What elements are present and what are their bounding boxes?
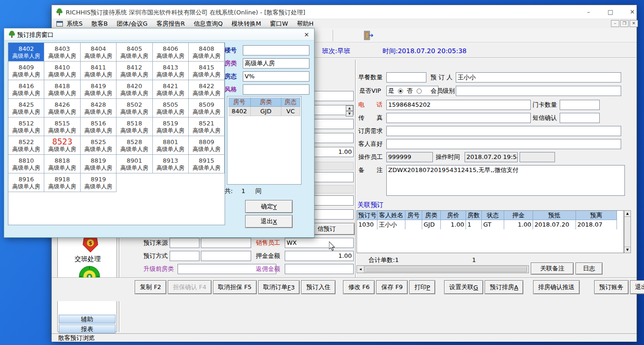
room-cell[interactable]: 8416高级单人房: [8, 80, 44, 99]
deposit-amount-field[interactable]: 1.00: [285, 251, 354, 261]
save-button[interactable]: 保存 F9: [376, 280, 408, 294]
room-cell[interactable]: 8919高级单人房: [81, 173, 116, 192]
minimize-button[interactable]: –: [581, 5, 596, 19]
room-cell[interactable]: 8522高级单人房: [8, 136, 44, 155]
linked-column-header[interactable]: 预抵: [533, 211, 576, 220]
guest-preference-field[interactable]: [386, 139, 621, 149]
spin-down-icon[interactable]: ▼: [346, 111, 353, 117]
modify-button[interactable]: 修改 F6: [343, 280, 375, 294]
mdi-minimize-button[interactable]: –: [611, 20, 619, 27]
room-cell[interactable]: 8405高级单人房: [116, 43, 152, 62]
set-link-button[interactable]: 设置关联 G: [444, 280, 483, 294]
room-assign-button[interactable]: 预订排房 A: [485, 280, 523, 294]
room-cell[interactable]: 8404高级单人房: [81, 43, 116, 62]
log-button[interactable]: 日志: [575, 262, 603, 275]
style-field[interactable]: [243, 84, 309, 95]
menu-item-2[interactable]: 团体/会议G: [116, 20, 147, 28]
room-cell[interactable]: 8809高级单人房: [189, 136, 225, 155]
room-cell[interactable]: 8421高级单人房: [153, 80, 189, 99]
linked-column-header[interactable]: 房类: [422, 211, 441, 220]
linked-column-header[interactable]: 房号: [405, 211, 422, 220]
rebate-amount-field[interactable]: [285, 264, 354, 274]
room-cell[interactable]: 8425高级单人房: [8, 99, 44, 117]
menu-item-4[interactable]: 信息查询Q: [194, 20, 223, 28]
dialog-column-header[interactable]: 房类: [251, 97, 281, 107]
phone-field[interactable]: 15986845202: [386, 100, 531, 110]
linked-column-header[interactable]: 房价: [441, 211, 466, 220]
room-cell[interactable]: 8518高级单人房: [116, 117, 152, 136]
room-cell[interactable]: 8521高级单人房: [189, 117, 225, 136]
room-cell[interactable]: 8413高级单人房: [153, 62, 189, 80]
linked-column-header[interactable]: 客人姓名: [377, 211, 405, 220]
confirm-button[interactable]: 确定 Y: [245, 200, 293, 213]
cancel-order-button[interactable]: 取消订单F3: [258, 280, 300, 294]
room-cell[interactable]: 8412高级单人房: [116, 62, 152, 80]
scrollbar-thumb[interactable]: [365, 266, 527, 272]
mdi-close-button[interactable]: ✕: [630, 20, 638, 27]
menu-item-3[interactable]: 客房报告R: [157, 20, 185, 28]
sidebar-item-shift-label[interactable]: 交班处理: [58, 255, 117, 263]
scroll-left-icon[interactable]: ◂: [357, 266, 364, 273]
room-cell[interactable]: 8420高级单人房: [116, 80, 152, 99]
linked-column-header[interactable]: 房数: [466, 211, 482, 220]
room-cell[interactable]: 8523高级单人房: [44, 136, 80, 155]
dialog-column-header[interactable]: 房态: [281, 97, 300, 107]
print-button[interactable]: 打印 P: [409, 280, 435, 294]
mdi-restore-button[interactable]: ❐: [620, 20, 629, 27]
menu-item-6[interactable]: 窗口W: [270, 20, 288, 28]
linked-hscrollbar[interactable]: ◂: [356, 265, 529, 273]
room-cell[interactable]: 8426高级单人房: [44, 99, 80, 117]
room-cell[interactable]: 8403高级单人房: [44, 43, 80, 62]
vip-yes-radio[interactable]: [398, 89, 403, 94]
table-row[interactable]: 1030王小小GJD1.001GT1.002018.07.202018.07: [357, 220, 623, 229]
menu-item-0[interactable]: 系统S: [67, 20, 82, 28]
vip-no-radio[interactable]: [417, 89, 422, 94]
room-cell[interactable]: 8505高级单人房: [153, 99, 189, 117]
linked-notes-button[interactable]: 关联备注: [531, 262, 574, 275]
booker-field[interactable]: 王小小: [456, 72, 621, 83]
copy-button[interactable]: 复制 F2: [135, 280, 166, 294]
room-cell[interactable]: 8913高级单人房: [153, 155, 189, 173]
scroll-down-icon[interactable]: ▼: [624, 247, 630, 253]
linked-column-header[interactable]: 状态: [482, 211, 504, 220]
dialog-column-header[interactable]: 房号: [228, 97, 251, 107]
room-cell[interactable]: 8512高级单人房: [8, 117, 44, 136]
room-cell[interactable]: 8411高级单人房: [81, 62, 116, 80]
menu-item-1[interactable]: 散客B: [91, 20, 108, 28]
room-cell[interactable]: 8915高级单人房: [189, 155, 225, 173]
room-cell[interactable]: 8519高级单人房: [153, 117, 189, 136]
dialog-exit-button[interactable]: 退出 X: [245, 215, 293, 228]
roomtype-field[interactable]: 高级单人房: [243, 58, 309, 69]
linked-column-header[interactable]: 押金: [504, 211, 533, 220]
room-cell[interactable]: 8502高级单人房: [116, 99, 152, 117]
room-cell[interactable]: 8402高级单人房: [8, 43, 44, 62]
keycard-count-field[interactable]: [560, 100, 600, 110]
building-field[interactable]: [243, 45, 309, 55]
fax-field[interactable]: [386, 113, 531, 123]
booking-method-name-field[interactable]: [201, 251, 251, 261]
booking-method-field[interactable]: [170, 251, 199, 261]
room-cell[interactable]: 8801高级单人房: [153, 136, 189, 155]
menu-item-5[interactable]: 模块转换M: [232, 20, 261, 28]
scroll-up-icon[interactable]: ▲: [624, 211, 630, 217]
sales-staff-field[interactable]: WX: [285, 238, 354, 248]
room-cell[interactable]: 8516高级单人房: [81, 117, 116, 136]
linked-column-header[interactable]: 预离: [576, 211, 617, 220]
linked-vscrollbar[interactable]: ▲ ▼: [624, 210, 631, 253]
close-button[interactable]: ✕: [624, 5, 640, 19]
room-cell[interactable]: 8408高级单人房: [189, 43, 225, 62]
cancel-guarantee-button[interactable]: 取消担保 F5: [213, 280, 257, 294]
table-row[interactable]: 8402GJDVC: [228, 107, 301, 116]
room-cell[interactable]: 8819高级单人房: [81, 155, 116, 173]
linked-column-header[interactable]: 预订号: [357, 211, 377, 220]
room-cell[interactable]: 8818高级单人房: [44, 155, 80, 173]
room-cell[interactable]: 8422高级单人房: [189, 80, 225, 99]
maximize-button[interactable]: □: [603, 5, 618, 19]
breakfast-field[interactable]: [386, 72, 426, 83]
exit-door-icon[interactable]: [363, 30, 374, 41]
room-cell[interactable]: 8415高级单人房: [189, 62, 225, 80]
sms-confirm-field[interactable]: [560, 113, 600, 123]
spin-up-icon[interactable]: ▲: [346, 105, 353, 111]
room-cell[interactable]: 8916高级单人房: [8, 173, 44, 192]
sidebar-tab-reports[interactable]: 报表: [59, 324, 116, 333]
